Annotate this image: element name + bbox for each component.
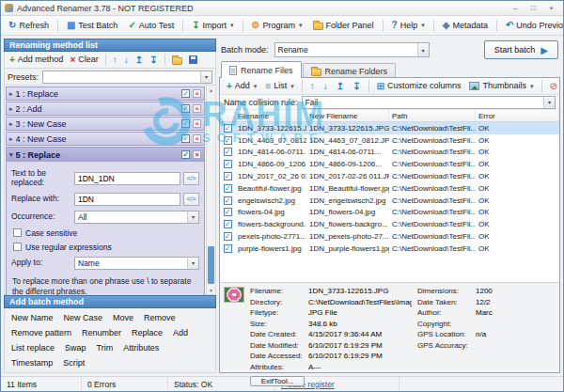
method-enabled-checkbox[interactable]: ✓ [181,104,190,113]
row-checkbox[interactable]: ✓ [224,136,232,145]
toolbar-folder-panel[interactable]: Folder Panel [308,19,379,32]
batch-method-script[interactable]: Script [59,356,88,369]
file-row[interactable]: ✓1DN_3733-122615.JPG1DN_3733-122615.JPGC… [220,122,559,134]
scroll-up-icon[interactable]: ▲ [207,86,215,94]
file-toolbar-move-down[interactable]: ↓ [320,81,332,92]
method-item-1[interactable]: ▸1 : Replace✓× [6,86,205,101]
toolbar-undo-previous-batch[interactable]: ↶Undo Previous Batch [501,19,564,32]
method-list-scrollbar[interactable]: ▲ ▼ [206,86,215,294]
scrollbar-thumb[interactable] [208,246,214,284]
batch-method-add[interactable]: Add [169,326,192,339]
tag-insert-button[interactable]: </> [183,193,199,206]
method-item-2[interactable]: ▸2 : Add✓× [6,102,205,116]
expand-icon[interactable]: ▸ [9,135,13,143]
batch-method-new-case[interactable]: New Case [60,311,107,324]
method-toolbar-move-bottom[interactable]: ↧ [147,55,160,66]
file-toolbar-move-bottom[interactable]: ↧ [349,81,364,92]
batch-method-renumber[interactable]: Renumber [78,326,125,339]
file-row[interactable]: ✓pexels-photo-2771...1DN_pexels-photo-27… [220,230,559,243]
tab-rename-files[interactable]: Rename Files [221,61,302,78]
batch-method-trim[interactable]: Trim [93,341,118,354]
toolbar-metadata[interactable]: ◈Metadata [438,19,493,32]
column-header[interactable]: Filename [235,110,306,121]
batch-method-replace[interactable]: Replace [128,326,166,339]
method-toolbar-clear[interactable]: ×Clear [67,55,101,66]
file-toolbar-thumbnails[interactable]: Thumbnails▾ [465,81,537,91]
apply-to-select[interactable]: Name ▾ [74,257,199,270]
occurrence-select[interactable]: All ▾ [74,211,199,224]
file-toolbar-list[interactable]: ≡List▾ [261,81,297,92]
column-header[interactable]: Path [389,110,476,121]
delete-method-button[interactable]: × [193,89,201,98]
column-header[interactable]: Error [476,110,559,121]
text-to-replace-input[interactable] [74,172,180,185]
scroll-down-icon[interactable]: ▼ [207,286,215,294]
file-row[interactable]: ✓1DN_4463_07_0812.JPG1DN_4463_07_0812.JP… [220,134,559,147]
method-enabled-checkbox[interactable]: ✓ [181,119,190,128]
method-toolbar-add-method[interactable]: +Add method [7,55,66,66]
file-row[interactable]: ✓purple-flowers1.jpg1DN_purple-flowers1.… [220,243,559,255]
row-checkbox[interactable]: ✓ [224,232,232,241]
column-header-checkbox[interactable] [220,110,235,121]
tab-rename-folders[interactable]: Rename Folders [303,63,397,78]
row-checkbox[interactable]: ✓ [224,244,232,253]
method-enabled-checkbox[interactable]: ✓ [181,89,190,98]
case-sensitive-option[interactable]: Case sensitive [11,228,199,238]
expand-icon[interactable]: ▸ [9,105,13,113]
batch-method-swap[interactable]: Swap [61,341,90,354]
row-checkbox[interactable]: ✓ [224,148,232,156]
column-header[interactable]: New Filename [306,110,389,121]
row-checkbox[interactable]: ✓ [224,124,232,133]
replace-with-input[interactable] [74,193,180,206]
toolbar-auto-test[interactable]: ✓Auto Test [123,19,179,32]
delete-method-button[interactable]: × [193,150,201,159]
row-checkbox[interactable]: ✓ [224,184,232,193]
file-toolbar-add[interactable]: +Add▾ [223,81,260,92]
file-toolbar-move-up[interactable]: ↑ [306,81,319,92]
batch-method-attributes[interactable]: Attributes [119,341,163,354]
file-row[interactable]: ✓1DN_2017_02_26 011.JPG1DN_2017-02-26 01… [220,170,559,182]
start-batch-button[interactable]: Start batch ▶ [484,40,558,59]
method-toolbar-move-top[interactable]: ↥ [133,55,146,66]
regex-checkbox[interactable] [13,243,22,251]
batch-method-list-replace[interactable]: List replace [8,341,58,354]
toolbar-import[interactable]: ↧Import▾ [187,19,238,32]
delete-method-button[interactable]: × [193,104,201,113]
toolbar-test-batch[interactable]: ▦Test Batch [62,19,122,32]
method-toolbar-open-preset[interactable] [169,55,185,66]
file-row[interactable]: ✓1DN_4814-06-0711...1DN_4814-06-0711...C… [220,147,559,159]
expand-icon[interactable]: ▸ [9,90,13,98]
method-item-4[interactable]: ▸4 : New Case✓× [6,132,205,146]
toolbar-help[interactable]: ?Help▾ [387,19,430,32]
batch-method-new-name[interactable]: New Name [8,311,57,324]
delete-method-button[interactable]: × [193,119,201,128]
collapse-icon[interactable]: ▾ [9,151,13,159]
row-checkbox[interactable]: ✓ [224,220,232,228]
file-row[interactable]: ✓engelswisch2.jpg1DN_engelswisch2.jpgC:\… [220,195,559,207]
method-toolbar-move-up[interactable]: ↑ [110,55,120,66]
method-item-5[interactable]: ▾ 5 : Replace ✓ × Text to be replaced: <… [6,147,205,304]
batch-method-remove-pattern[interactable]: Remove pattern [8,326,75,339]
tag-insert-button[interactable]: </> [183,172,199,185]
delete-method-button[interactable]: × [193,134,201,143]
batch-method-move[interactable]: Move [109,311,137,324]
collision-rule-select[interactable]: Fail ▾ [302,96,556,109]
row-checkbox[interactable]: ✓ [224,208,232,216]
method-toolbar-save-preset[interactable] [186,55,200,65]
file-toolbar-move-top[interactable]: ↥ [333,81,348,92]
batch-mode-select[interactable]: Rename ▾ [274,42,430,57]
file-row[interactable]: ✓1DN_4866-09_1206...1DN_4866-09-1206...C… [220,158,559,170]
expand-icon[interactable]: ▸ [9,120,13,128]
file-toolbar-gps-values[interactable]: ⊘GPS Values [546,81,560,92]
batch-method-timestamp[interactable]: Timestamp [8,356,56,369]
row-checkbox[interactable]: ✓ [224,196,232,205]
row-checkbox[interactable]: ✓ [224,160,232,168]
batch-method-remove[interactable]: Remove [140,311,180,324]
file-row[interactable]: ✓flowers-background...1DN_flowers-backgr… [220,218,559,230]
minimize-button[interactable]: – [508,2,524,14]
exiftool-button[interactable]: ExifTool... [250,376,305,386]
row-checkbox[interactable]: ✓ [224,172,232,180]
close-button[interactable]: × [543,2,559,14]
method-header[interactable]: ▾ 5 : Replace ✓ × [7,148,204,162]
toolbar-refresh[interactable]: ↻Refresh [4,19,54,32]
